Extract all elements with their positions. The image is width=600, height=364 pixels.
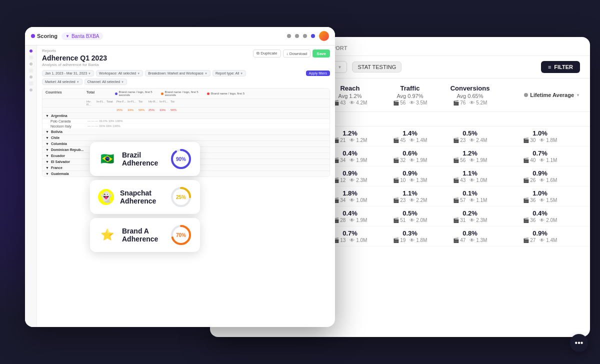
sidebar-dot-4[interactable] [30, 88, 32, 92]
brand-ring: 70% [170, 224, 192, 246]
main-container: Scoring ▼ Banta BXBA [10, 12, 590, 352]
traffic-cell: 0.6% 🎬 32👁 1.9M [380, 150, 440, 163]
nav-icons [287, 31, 329, 41]
scoring-nav: Scoring [31, 33, 58, 39]
col-brand3: Brand name / logo, first 5 [207, 90, 247, 96]
brand-icon: ⭐ [98, 226, 116, 244]
brand-label: Brand A Adherence [122, 227, 164, 243]
country-dominican-republic: Dominican Repub... [51, 148, 84, 152]
brand-adherence-card: ⭐ Brand A Adherence 70% [90, 218, 200, 252]
nav-bar: Scoring ▼ Banta BXBA [25, 27, 335, 46]
lifetime-cell: 0.7% 🎬 40👁 1.1M [500, 150, 580, 163]
col-brand2: Brand name / logo, first 5 seconds [161, 90, 206, 96]
duplicate-button[interactable]: ⧉ Duplicate [253, 50, 281, 58]
sidebar-dot-2[interactable] [30, 62, 32, 66]
conversions-cell: 0.5% 🎬 23👁 2.4M [440, 130, 500, 143]
report-type-filter[interactable]: Report type: All ▼ [212, 70, 246, 76]
col-brand1: Brand name / logo, first 5 seconds [115, 90, 160, 96]
col-total: Total [86, 90, 114, 96]
nav-icon-1 [287, 34, 291, 38]
traffic-cell: 0.5% 🎬 51👁 2.0M [380, 210, 440, 223]
traffic-cell: 1.1% 🎬 23👁 2.2M [380, 190, 440, 203]
brazil-label: Brazil Adherence [122, 151, 164, 167]
lifetime-cell: 1.0% 🎬 30👁 1.8M [500, 130, 580, 143]
sidebar-dot-1[interactable] [30, 50, 32, 52]
brazil-ring: 90% [170, 148, 192, 170]
nav-icon-4 [311, 34, 315, 38]
country-bolivia: Bolivia [51, 130, 62, 134]
sidebar-rect-1[interactable] [29, 56, 33, 60]
chat-button[interactable]: ••• [570, 334, 588, 352]
page-subtitle: Analysis of adherence for Banta [42, 62, 330, 67]
save-button[interactable]: Save [312, 50, 330, 58]
brazil-percent: 90% [170, 148, 192, 170]
sidebar-rect-3[interactable] [29, 82, 33, 86]
lifetime-header: Lifetime Average ▼ [500, 92, 580, 98]
country-chile: Chile [51, 136, 60, 140]
action-buttons: ⧉ Duplicate ↓ Download Save [253, 50, 330, 58]
country-el-salvador: El Salvador [51, 160, 70, 164]
brazil-adherence-card: 🇧🇷 Brazil Adherence 90% [90, 142, 200, 176]
date-filter[interactable]: Jan 1, 2023 - Mar 31, 2023 ▼ [42, 70, 94, 76]
traffic-cell: 0.3% 🎬 19👁 1.8M [380, 230, 440, 243]
country-argentina: Argentina [51, 114, 68, 118]
sidebar-rect-2[interactable] [29, 68, 33, 72]
workspace-filter[interactable]: Workspace: All selected ▼ [96, 70, 143, 76]
conversions-mini: 🎬 76 👁 5.2M [440, 100, 500, 106]
brazil-icon: 🇧🇷 [98, 150, 116, 168]
item-nicolson-italy: Nicolson Italy [50, 124, 86, 128]
snapchat-adherence-card: 👻 Snapchat Adherence 25% [90, 180, 200, 214]
lifetime-cell: 1.0% 🎬 36👁 1.5M [500, 190, 580, 203]
filters-row-1: Jan 1, 2023 - Mar 31, 2023 ▼ Workspace: … [42, 70, 330, 76]
lifetime-cell: 0.9% 🎬 26👁 1.6M [500, 170, 580, 183]
circle-indicator [524, 93, 528, 97]
nav-icon-3 [303, 34, 307, 38]
lifetime-cell: 0.9% 🎬 27👁 1.4M [500, 230, 580, 243]
nav-icon-2 [295, 34, 299, 38]
country-columbia: Columbia [51, 142, 67, 146]
traffic-cell: 0.9% 🎬 10👁 1.3M [380, 170, 440, 183]
filter-icon: ≡ [548, 64, 551, 70]
nav-dot [31, 34, 35, 38]
conversions-cell: 1.1% 🎬 43👁 1.0M [440, 170, 500, 183]
market-filter[interactable]: Market: All selected ▼ [42, 78, 82, 85]
apply-filters-button[interactable]: Apply filters [306, 70, 330, 76]
conversions-header: Conversions Avg 0.65% 🎬 76 👁 5.2M [440, 84, 500, 106]
stat-testing-button[interactable]: STAT TESTING [352, 62, 402, 72]
left-sidebar [25, 46, 37, 327]
conversions-cell: 0.2% 🎬 31👁 2.3M [440, 210, 500, 223]
breakdown-filter[interactable]: Breakdown: Market and Workspace ▼ [145, 70, 210, 76]
snapchat-percent: 25% [170, 186, 192, 208]
lifetime-cell: 0.4% 🎬 36👁 2.0M [500, 210, 580, 223]
sidebar-dot-3[interactable] [30, 76, 32, 78]
traffic-mini: 🎬 56 👁 3.5M [380, 100, 440, 106]
brand-percent: 70% [170, 224, 192, 246]
country-france: France [51, 166, 62, 170]
traffic-cell: 1.4% 🎬 45👁 1.4M [380, 130, 440, 143]
conversions-cell: 0.8% 🎬 47👁 1.3M [440, 230, 500, 243]
col-countries: Countries [46, 90, 86, 96]
snapchat-ring: 25% [170, 186, 192, 208]
item-polo-canada: Polo Canada [50, 120, 86, 123]
country-guatemala: Guatemala [51, 172, 69, 176]
scoring-label: Scoring [37, 33, 58, 39]
channel-filter[interactable]: Channel: All selected ▼ [84, 78, 127, 85]
traffic-header: Traffic Avg 0.97% 🎬 56 👁 3.5M [380, 84, 440, 106]
download-button[interactable]: ↓ Download [283, 50, 311, 58]
brand-label: Banta BXBA [72, 34, 100, 39]
filters-row-2: Market: All selected ▼ Channel: All sele… [42, 78, 330, 85]
conversions-cell: 1.2% 🎬 56👁 1.9M [440, 150, 500, 163]
snapchat-icon: 👻 [98, 189, 114, 205]
filter-button[interactable]: ≡ FILTER [541, 61, 580, 73]
conversions-cell: 0.1% 🎬 57👁 1.1M [440, 190, 500, 203]
snapchat-label: Snapchat Adherence [120, 189, 164, 205]
country-ecuador: Ecuador [51, 154, 65, 158]
brand-pill[interactable]: ▼ Banta BXBA [62, 32, 104, 40]
overlay-cards: 🇧🇷 Brazil Adherence 90% 👻 Snapchat Adher… [90, 142, 200, 252]
user-avatar[interactable] [319, 31, 329, 41]
